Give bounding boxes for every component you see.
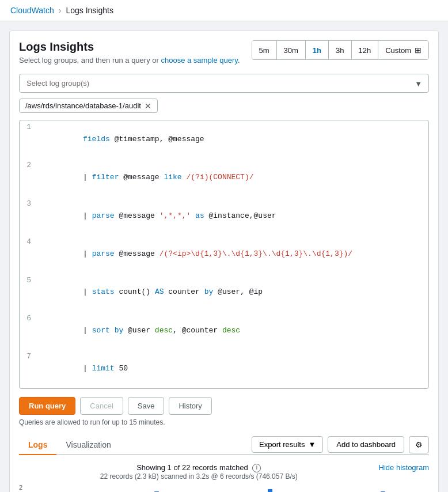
bar-group-3 — [116, 484, 142, 492]
line-num-5: 5 — [20, 275, 38, 287]
tags-row: /aws/rds/instance/database-1/audit ✕ — [19, 99, 429, 113]
sample-query-link[interactable]: choose a sample query. — [161, 56, 240, 65]
time-btn-1h[interactable]: 1h — [306, 41, 329, 59]
time-range-group: 5m 30m 1h 3h 12h Custom ⊞ — [252, 40, 430, 60]
tabs-right: Export results ▼ Add to dashboard ⚙ — [252, 436, 429, 453]
tag-label: /aws/rds/instance/database-1/audit — [25, 101, 141, 110]
histogram-chart — [26, 484, 429, 492]
header-description: Select log groups, and then run a query … — [19, 56, 240, 65]
time-btn-3h[interactable]: 3h — [329, 41, 351, 59]
histogram-wrap: Showing 1 of 22 records matched i 22 rec… — [19, 463, 429, 492]
bar-group-9 — [285, 484, 311, 492]
time-btn-5m[interactable]: 5m — [252, 41, 277, 59]
settings-gear-button[interactable]: ⚙ — [409, 436, 429, 453]
tab-logs[interactable]: Logs — [19, 436, 56, 455]
history-button[interactable]: History — [169, 397, 211, 415]
bar-group-1 — [59, 484, 85, 492]
query-line-1: 1 fields @timestamp, @message — [20, 120, 428, 158]
tab-visualization[interactable]: Visualization — [56, 436, 120, 455]
buttons-row: Run query Cancel Save History — [19, 397, 429, 415]
query-editor[interactable]: 1 fields @timestamp, @message 2 | filter… — [19, 120, 429, 389]
log-group-selector: ▼ — [19, 74, 429, 93]
line-content-2: | filter @message like /(?i)(CONNECT)/ — [38, 160, 428, 195]
cancel-button: Cancel — [80, 397, 123, 415]
page-title: Logs Insights — [19, 40, 240, 54]
histogram-subtitle: 22 records (2.3 kB) scanned in 3.2s @ 6 … — [19, 472, 379, 480]
bar-group-7 — [229, 484, 255, 492]
bar-group-4 — [144, 484, 170, 492]
tabs-left: Logs Visualization — [19, 436, 120, 454]
export-results-button[interactable]: Export results ▼ — [252, 436, 323, 453]
line-content-4: | parse @message /(?<ip>\d{1,3}\.\d{1,3}… — [38, 236, 428, 272]
line-num-1: 1 — [20, 122, 38, 134]
line-num-4: 4 — [20, 236, 38, 248]
bar-group-8 — [257, 484, 283, 492]
line-num-2: 2 — [20, 160, 38, 172]
hide-histogram-link[interactable]: Hide histogram — [379, 463, 429, 472]
query-line-5: 5 | stats count() AS counter by @user, @… — [20, 274, 428, 312]
y-label-2: 2 — [19, 484, 22, 491]
line-content-5: | stats count() AS counter by @user, @ip — [38, 275, 428, 311]
tabs-row: Logs Visualization Export results ▼ Add … — [19, 436, 429, 455]
bar-group-5 — [172, 484, 198, 492]
nav-cloudwatch-link[interactable]: CloudWatch — [10, 6, 54, 15]
info-icon: i — [252, 464, 261, 472]
export-label: Export results — [259, 440, 305, 449]
line-num-7: 7 — [20, 351, 38, 363]
line-content-3: | parse @message ',*,*,' as @instance,@u… — [38, 198, 428, 234]
custom-label: Custom — [385, 46, 411, 55]
log-group-tag: /aws/rds/instance/database-1/audit ✕ — [19, 99, 158, 113]
main-container: Logs Insights Select log groups, and the… — [0, 21, 448, 492]
export-dropdown-icon: ▼ — [308, 440, 316, 449]
nav-current-page: Logs Insights — [66, 6, 113, 15]
bar-group-2 — [87, 484, 113, 492]
bar-group-13 — [398, 484, 424, 492]
line-content-6: | sort by @user desc, @counter desc — [38, 313, 428, 349]
query-note: Queries are allowed to run for up to 15 … — [19, 418, 429, 426]
bar-group-10 — [314, 484, 340, 492]
nav-chevron: › — [59, 6, 62, 15]
gear-icon: ⚙ — [415, 440, 423, 449]
query-line-7: 7 | limit 50 — [20, 350, 428, 388]
line-num-6: 6 — [20, 313, 38, 325]
time-btn-12h[interactable]: 12h — [352, 41, 379, 59]
query-line-6: 6 | sort by @user desc, @counter desc — [20, 312, 428, 350]
query-line-4: 4 | parse @message /(?<ip>\d{1,3}\.\d{1,… — [20, 235, 428, 273]
header-row: Logs Insights Select log groups, and the… — [19, 40, 429, 65]
time-btn-30m[interactable]: 30m — [277, 41, 306, 59]
time-btn-custom[interactable]: Custom ⊞ — [378, 41, 428, 59]
bar-group-11 — [342, 484, 368, 492]
histogram-title-text: Showing 1 of 22 records matched — [136, 463, 248, 472]
main-card: Logs Insights Select log groups, and the… — [9, 31, 439, 492]
calendar-icon: ⊞ — [415, 46, 422, 55]
add-to-dashboard-button[interactable]: Add to dashboard — [328, 436, 404, 453]
bar-group-0 — [31, 484, 56, 492]
top-nav: CloudWatch › Logs Insights — [0, 0, 448, 21]
tag-close-icon[interactable]: ✕ — [145, 102, 151, 110]
log-group-input[interactable] — [19, 74, 429, 93]
line-content-1: fields @timestamp, @message — [38, 122, 428, 157]
header-left: Logs Insights Select log groups, and the… — [19, 40, 240, 65]
line-content-7: | limit 50 — [38, 351, 428, 387]
bar-group-12 — [370, 484, 396, 492]
bar-group-6 — [200, 484, 226, 492]
query-line-3: 3 | parse @message ',*,*,' as @instance,… — [20, 197, 428, 235]
query-line-2: 2 | filter @message like /(?i)(CONNECT)/ — [20, 158, 428, 196]
run-query-button[interactable]: Run query — [19, 397, 75, 415]
histogram-title: Showing 1 of 22 records matched i — [19, 463, 379, 472]
save-button[interactable]: Save — [128, 397, 165, 415]
bar-8 — [268, 489, 272, 492]
line-num-3: 3 — [20, 198, 38, 210]
